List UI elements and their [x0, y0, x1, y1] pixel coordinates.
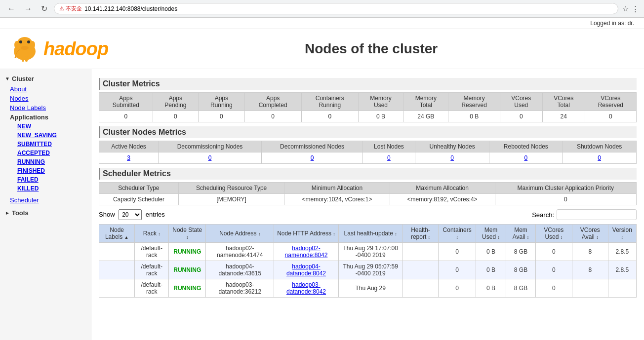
val-max-cluster-priority: 0 [495, 194, 636, 205]
cell-version: 2.8.5 [608, 261, 636, 279]
sort-icon: ↕ [561, 235, 563, 240]
cell-last-health: Thu Aug 29 17:07:00 -0400 2019 [338, 243, 402, 261]
val-scheduling-resource-type: [MEMORY] [178, 194, 284, 205]
col-vcores-total: VCoresTotal [542, 93, 585, 111]
tools-label: Tools [12, 209, 29, 217]
sort-icon: ↕ [497, 235, 500, 240]
table-row: /default-rackRUNNINGhadoop04-datanode:43… [99, 261, 637, 279]
cell-health-report [402, 279, 439, 298]
running-badge: RUNNING [173, 266, 201, 273]
refresh-button[interactable]: ↻ [39, 3, 50, 14]
th-health-report[interactable]: Health-report ↕ [402, 225, 439, 243]
sort-icon: ↕ [428, 235, 431, 240]
th-node-labels[interactable]: Node Labels ▲ [99, 225, 135, 243]
sidebar-item-about[interactable]: About [0, 84, 91, 94]
bookmark-icon[interactable]: ☆ [622, 4, 629, 13]
th-vcores-used[interactable]: VCores Used ↕ [535, 225, 572, 243]
col-apps-completed: AppsCompleted [244, 93, 301, 111]
sidebar: ▼ Cluster About Nodes Node Labels Applic… [0, 69, 91, 340]
col-memory-reserved: MemoryReserved [448, 93, 500, 111]
col-memory-used: MemoryUsed [358, 93, 403, 111]
val-shutdown-nodes: 0 [563, 152, 637, 164]
th-mem-used[interactable]: Mem Used ↕ [476, 225, 506, 243]
cell-http-address[interactable]: hadoop03-datanode:8042 [274, 279, 339, 298]
col-apps-pending: AppsPending [153, 93, 198, 111]
sidebar-item-scheduler[interactable]: Scheduler [0, 195, 91, 205]
th-node-state[interactable]: Node State ↕ [169, 225, 206, 243]
sidebar-item-submitted[interactable]: SUBMITTED [0, 140, 91, 149]
sidebar-item-nodes[interactable]: Nodes [0, 94, 91, 103]
col-apps-running: AppsRunning [199, 93, 245, 111]
cluster-section-title[interactable]: ▼ Cluster [0, 73, 91, 84]
sort-icon: ↕ [621, 235, 624, 240]
cell-http-address[interactable]: hadoop04-datanode:8042 [274, 261, 339, 279]
val-decommissioning-nodes: 0 [159, 152, 262, 164]
cell-mem-avail: 8 GB [506, 279, 535, 298]
entries-select[interactable]: 20 50 100 [119, 209, 142, 220]
col-decommissioned-nodes: Decommissioned Nodes [261, 141, 362, 152]
col-vcores-used: VCoresUsed [500, 93, 542, 111]
cell-http-address[interactable]: hadoop02-namenode:8042 [274, 243, 339, 261]
cell-node-labels [99, 261, 135, 279]
search-input[interactable] [557, 209, 637, 220]
col-active-nodes: Active Nodes [99, 141, 159, 152]
val-vcores-used: 0 [500, 111, 542, 122]
hadoop-logo: hadoop [10, 34, 108, 64]
svg-point-2 [19, 40, 22, 43]
sort-icon: ↕ [186, 235, 189, 240]
val-rebooted-nodes: 0 [489, 152, 563, 164]
val-apps-submitted: 0 [99, 111, 153, 122]
menu-icon[interactable]: ⋮ [632, 4, 639, 13]
th-node-http-address[interactable]: Node HTTP Address ↕ [274, 225, 339, 243]
tools-section: ► Tools [0, 207, 91, 219]
cell-rack: /default-rack [135, 261, 169, 279]
cluster-label: Cluster [12, 75, 34, 82]
col-shutdown-nodes: Shutdown Nodes [563, 141, 637, 152]
cell-mem-used: 0 B [476, 243, 506, 261]
show-label: Show [99, 211, 115, 218]
sidebar-item-killed[interactable]: KILLED [0, 184, 91, 193]
cell-last-health: Thu Aug 29 05:07:59 -0400 2019 [338, 261, 402, 279]
sort-icon: ↕ [258, 231, 261, 236]
sidebar-item-accepted[interactable]: ACCEPTED [0, 149, 91, 157]
sort-icon: ↕ [456, 235, 458, 240]
cell-mem-avail: 8 GB [506, 243, 535, 261]
sidebar-item-new-saving[interactable]: NEW_SAVING [0, 131, 91, 140]
th-node-address[interactable]: Node Address ↕ [206, 225, 274, 243]
running-badge: RUNNING [173, 248, 201, 255]
address-bar[interactable]: ⚠ 不安全 10.141.212.140:8088/cluster/nodes [54, 3, 618, 14]
page-header: hadoop Nodes of the cluster [0, 29, 644, 69]
tools-section-title[interactable]: ► Tools [0, 207, 91, 219]
sidebar-item-new[interactable]: NEW [0, 122, 91, 131]
th-last-health-update[interactable]: Last health-update ↕ [338, 225, 402, 243]
svg-point-5 [30, 41, 35, 49]
val-vcores-total: 24 [542, 111, 585, 122]
val-lost-nodes: 0 [363, 152, 415, 164]
col-decommissioning-nodes: Decommissioning Nodes [159, 141, 262, 152]
th-rack[interactable]: Rack ↕ [135, 225, 169, 243]
cell-mem-used: 0 B [476, 261, 506, 279]
cluster-metrics-title: Cluster Metrics [99, 78, 637, 90]
th-mem-avail[interactable]: Mem Avail ↕ [506, 225, 535, 243]
svg-point-4 [14, 41, 19, 49]
cell-state: RUNNING [169, 279, 206, 298]
th-vcores-avail[interactable]: VCores Avail ↕ [572, 225, 608, 243]
val-containers-running: 0 [301, 111, 358, 122]
running-badge: RUNNING [173, 285, 201, 292]
sidebar-item-node-labels[interactable]: Node Labels [0, 103, 91, 113]
show-entries-bar: Show 20 50 100 entries Search: [99, 209, 637, 220]
sidebar-item-finished[interactable]: FINISHED [0, 166, 91, 175]
th-version[interactable]: Version ↕ [608, 225, 636, 243]
sidebar-item-failed[interactable]: FAILED [0, 175, 91, 184]
col-memory-total: MemoryTotal [403, 93, 448, 111]
sidebar-item-running[interactable]: RUNNING [0, 157, 91, 166]
th-containers[interactable]: Containers ↕ [439, 225, 476, 243]
table-row: /default-rackRUNNINGhadoop02-namenode:41… [99, 243, 637, 261]
cell-vcores-used: 0 [535, 279, 572, 298]
security-icon: ⚠ 不安全 [59, 5, 82, 12]
svg-rect-7 [25, 56, 28, 62]
forward-button[interactable]: → [22, 3, 35, 14]
back-button[interactable]: ← [5, 3, 18, 14]
hadoop-logo-text: hadoop [43, 38, 108, 60]
logged-in-label: Logged in as: dr. [590, 20, 634, 27]
